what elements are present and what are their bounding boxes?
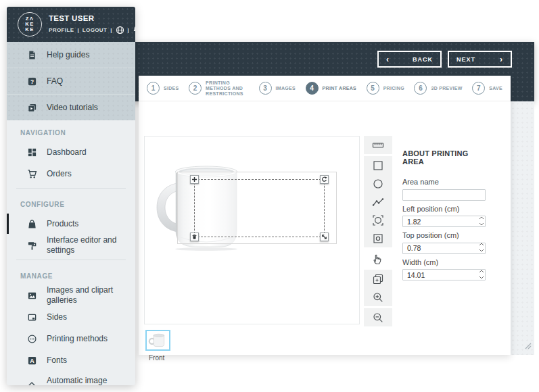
width-stepper[interactable] <box>479 270 484 279</box>
sidebar-item-label: Video tutorials <box>47 103 98 112</box>
top-position-label: Top position (cm) <box>402 231 490 239</box>
print-area-selection[interactable] <box>194 179 325 237</box>
section-title-navigation: NAVIGATION <box>7 120 135 141</box>
sidebar-item-printing-methods[interactable]: Printing methods <box>7 328 135 349</box>
side-thumbnail-front[interactable] <box>145 330 170 351</box>
back-button[interactable]: ‹ BACK <box>377 51 442 68</box>
zoom-in-tool-icon[interactable] <box>364 288 392 306</box>
sidebar-item-fonts[interactable]: A Fonts <box>7 349 135 371</box>
ellipse-tool-icon[interactable] <box>364 174 392 193</box>
step-label: 3D PREVIEW <box>431 86 462 91</box>
zakeke-logo: ZΛKEKE <box>18 12 42 36</box>
background-remover-icon <box>27 381 37 386</box>
wizard-stepper: 1 SIDES 2 PRINTING METHODS AND RESTRICTI… <box>139 76 511 101</box>
user-header: ZΛKEKE TEST USER PROFILE | LOGOUT | | 2 <box>7 7 135 42</box>
step-3d-preview[interactable]: 6 3D PREVIEW <box>414 82 462 95</box>
move-handle[interactable] <box>190 175 199 184</box>
globe-icon[interactable] <box>116 26 124 34</box>
height-label: Height (cm) <box>402 285 490 286</box>
sidebar-item-label: Orders <box>47 169 72 179</box>
user-info: TEST USER PROFILE | LOGOUT | | 2 <box>49 14 135 35</box>
left-position-input[interactable] <box>402 216 486 227</box>
height-field: Height (cm) <box>402 285 490 286</box>
step-printing-methods[interactable]: 2 PRINTING METHODS AND RESTRICTIONS <box>189 80 249 97</box>
separator: | <box>77 27 78 33</box>
app-window: ‹ BACK NEXT › 1 SIDES 2 PRINTING METHODS… <box>0 0 539 392</box>
resize-handle[interactable] <box>320 232 329 241</box>
design-canvas[interactable] <box>144 136 360 324</box>
sidebar-item-images-galleries[interactable]: Images and clipart galleries <box>7 285 135 306</box>
profile-link[interactable]: PROFILE <box>49 27 74 33</box>
top-position-input[interactable] <box>402 243 486 254</box>
sidebar-item-interface-editor[interactable]: Interface editor and settings <box>7 235 135 256</box>
polyline-tool-icon[interactable] <box>364 193 392 211</box>
top-position-stepper[interactable] <box>479 243 484 252</box>
left-position-field: Left position (cm) <box>402 205 490 228</box>
area-name-input[interactable] <box>402 189 486 201</box>
dashboard-icon <box>27 147 37 157</box>
sidebar-item-dashboard[interactable]: Dashboard <box>7 141 135 163</box>
left-position-label: Left position (cm) <box>402 205 490 213</box>
sidebar: ZΛKEKE TEST USER PROFILE | LOGOUT | | 2 <box>7 7 135 385</box>
chevron-right-icon: › <box>500 55 503 64</box>
window-resize-grip[interactable] <box>523 340 532 352</box>
sidebar-item-label: Printing methods <box>47 334 108 344</box>
sidebar-item-sides[interactable]: Sides <box>7 306 135 328</box>
section-title-manage: MANAGE <box>7 264 135 285</box>
rectangle-tool-icon[interactable] <box>364 156 392 174</box>
ruler-tool-icon[interactable] <box>364 136 392 154</box>
step-number: 4 <box>306 82 319 95</box>
next-button[interactable]: NEXT › <box>448 51 512 68</box>
svg-text:A: A <box>30 358 34 364</box>
width-input[interactable] <box>402 269 486 280</box>
delete-handle[interactable] <box>190 232 199 241</box>
sidebar-item-label: FAQ <box>47 76 63 86</box>
divider <box>16 260 126 260</box>
step-save[interactable]: 7 SAVE <box>472 82 502 95</box>
sidebar-item-label: Dashboard <box>47 147 87 157</box>
step-label: PRINT AREAS <box>323 86 357 91</box>
sidebar-item-label: Sides <box>47 312 67 322</box>
section-title-configure: CONFIGURE <box>7 192 135 213</box>
sidebar-item-faq[interactable]: ? FAQ <box>7 68 135 94</box>
orders-cart-icon <box>27 169 37 179</box>
sidebar-item-products[interactable]: Products <box>7 213 135 235</box>
products-bag-icon <box>27 219 37 229</box>
left-position-stepper[interactable] <box>479 216 484 226</box>
notifications-bell-icon[interactable]: 2 <box>133 25 135 35</box>
fonts-icon: A <box>27 356 37 366</box>
rotate-handle[interactable] <box>320 175 329 184</box>
zoom-out-tool-icon[interactable] <box>364 308 392 326</box>
duplicate-tool-icon[interactable] <box>364 270 392 288</box>
free-transform-tool-icon[interactable] <box>364 211 392 229</box>
step-number: 2 <box>189 82 202 95</box>
step-images[interactable]: 3 IMAGES <box>259 82 296 95</box>
main-content-card: 1 SIDES 2 PRINTING METHODS AND RESTRICTI… <box>139 76 511 355</box>
mask-frame-tool-icon[interactable] <box>364 229 392 247</box>
sidebar-item-label: Products <box>47 219 78 229</box>
step-label: SAVE <box>489 86 502 91</box>
step-sides[interactable]: 1 SIDES <box>147 82 179 95</box>
logout-link[interactable]: LOGOUT <box>83 27 108 33</box>
help-section: Help guides ? FAQ Video tutorials <box>7 42 135 120</box>
video-tutorials-icon <box>27 103 37 113</box>
step-number: 6 <box>414 82 427 95</box>
step-pricing[interactable]: 5 PRICING <box>367 82 404 95</box>
area-name-field: Area name <box>402 178 490 201</box>
sidebar-item-label: Interface editor and settings <box>47 235 128 255</box>
width-label: Width (cm) <box>402 258 490 266</box>
sidebar-item-label: Help guides <box>47 50 89 59</box>
sidebar-item-help-guides[interactable]: Help guides <box>7 42 135 68</box>
help-guides-icon <box>27 50 37 60</box>
width-field: Width (cm) <box>402 258 490 281</box>
step-number: 1 <box>147 82 160 95</box>
sidebar-item-auto-bg-remover[interactable]: Automatic image background remover <box>7 371 135 385</box>
sidebar-item-orders[interactable]: Orders <box>7 163 135 185</box>
step-label: PRICING <box>383 86 404 91</box>
sidebar-item-video-tutorials[interactable]: Video tutorials <box>7 95 135 120</box>
step-number: 3 <box>259 82 272 95</box>
step-number: 7 <box>472 82 485 95</box>
sidebar-item-label: Automatic image background remover <box>47 376 128 385</box>
pan-hand-tool-icon[interactable] <box>364 249 392 268</box>
step-print-areas[interactable]: 4 PRINT AREAS <box>306 82 357 95</box>
